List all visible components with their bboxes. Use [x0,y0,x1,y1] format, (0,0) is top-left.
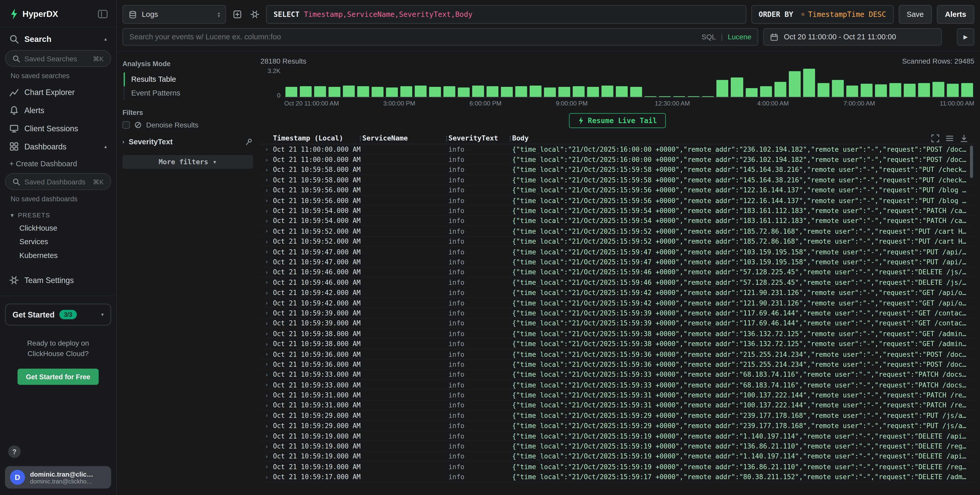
histogram-bar[interactable] [745,88,757,97]
source-settings-button[interactable] [249,7,261,21]
row-expand-icon[interactable]: › [261,453,273,460]
histogram-bar[interactable] [861,84,872,97]
histogram-bar[interactable] [357,86,369,97]
get-started-free-button[interactable]: Get Started for Free [18,368,98,385]
row-expand-icon[interactable]: › [261,402,273,409]
table-row[interactable]: ›Oct 21 10:59:56.000 AMinfo{"time_local"… [261,196,974,205]
row-expand-icon[interactable]: › [261,269,273,275]
row-expand-icon[interactable]: › [261,473,273,480]
row-expand-icon[interactable]: › [261,340,273,347]
sidebar-item-search[interactable]: Search ▴ [0,28,116,49]
row-expand-icon[interactable]: › [261,310,273,317]
histogram-bar[interactable] [674,96,686,97]
table-row[interactable]: ›Oct 21 10:59:54.000 AMinfo{"time_local"… [261,216,974,226]
table-row[interactable]: ›Oct 21 10:59:33.000 AMinfo{"time_local"… [261,369,974,380]
table-row[interactable]: ›Oct 21 10:59:29.000 AMinfo{"time_local"… [261,411,974,421]
sidebar-item-client-sessions[interactable]: Client Sessions [0,119,116,137]
column-header-servicename[interactable]: ServiceName [362,134,444,143]
table-row[interactable]: ›Oct 21 10:59:39.000 AMinfo{"time_local"… [261,318,974,329]
row-expand-icon[interactable]: › [261,350,273,357]
select-clause-editor[interactable]: SELECT Timestamp,ServiceName,SeverityTex… [266,5,746,24]
histogram-bar[interactable] [817,83,829,97]
user-menu[interactable]: D dominic.tran@clic… dominic.tran@clickh… [5,466,111,489]
table-row[interactable]: ›Oct 21 10:59:39.000 AMinfo{"time_local"… [261,308,974,318]
search-input[interactable] [129,32,697,41]
row-expand-icon[interactable]: › [261,330,273,337]
column-header-body[interactable]: Body [512,134,974,143]
save-button[interactable]: Save [899,5,932,24]
sidebar-item-clickhouse[interactable]: ClickHouse [0,221,116,235]
histogram-bar[interactable] [659,96,671,97]
resume-live-tail-button[interactable]: Resume Live Tail [569,113,666,128]
saved-searches-input[interactable]: Saved Searches ⌘K [5,50,111,67]
table-scrollbar[interactable] [970,146,973,493]
histogram-bar[interactable] [429,87,441,97]
histogram-bar[interactable] [789,71,800,97]
table-row[interactable]: ›Oct 21 10:59:31.000 AMinfo{"time_local"… [261,390,974,400]
mode-event-patterns[interactable]: Event Patterns [124,86,253,100]
histogram-bar[interactable] [875,84,887,97]
table-row[interactable]: ›Oct 21 10:59:52.000 AMinfo{"time_local"… [261,237,974,247]
table-row[interactable]: ›Oct 21 10:59:46.000 AMinfo{"time_local"… [261,277,974,288]
table-row[interactable]: ›Oct 21 10:59:36.000 AMinfo{"time_local"… [261,360,974,369]
table-row[interactable]: ›Oct 21 10:59:19.000 AMinfo{"time_local"… [261,462,974,472]
sidebar-item-alerts[interactable]: Alerts [0,101,116,119]
row-expand-icon[interactable]: › [261,320,273,327]
alerts-button[interactable]: Alerts [937,5,974,24]
sidebar-item-kubernetes[interactable]: Kubernetes [0,249,116,263]
row-expand-icon[interactable]: › [261,412,273,419]
row-expand-icon[interactable]: › [261,197,273,204]
table-row[interactable]: ›Oct 21 10:59:19.000 AMinfo{"time_local"… [261,441,974,452]
download-icon[interactable] [960,134,968,143]
mode-results-table[interactable]: Results Table [124,73,253,86]
histogram-bar[interactable] [400,86,412,97]
histogram-bar[interactable] [688,96,700,97]
column-resize-handle[interactable]: ⋮ [357,135,362,142]
histogram-bar[interactable] [803,69,815,97]
histogram-bar[interactable] [587,87,599,97]
create-dashboard-button[interactable]: + Create Dashboard [0,156,116,172]
lucene-search-box[interactable]: SQL | Lucene [122,28,758,45]
row-expand-icon[interactable]: › [261,217,273,224]
table-row[interactable]: ›Oct 21 10:59:38.000 AMinfo{"time_local"… [261,339,974,349]
column-header-timestamp[interactable]: Timestamp (Local) [273,134,357,143]
denoise-results-toggle[interactable]: Denoise Results [122,121,253,129]
histogram-bar[interactable] [601,86,614,97]
saved-dashboards-input[interactable]: Saved Dashboards ⌘K [5,173,111,190]
histogram-bar[interactable] [889,83,901,97]
row-expand-icon[interactable]: › [261,228,273,234]
histogram-bar[interactable] [630,87,643,97]
histogram-bar[interactable] [774,82,786,97]
order-by-editor[interactable]: ORDER BY TimestampTime DESC [751,5,894,24]
histogram-bar[interactable] [372,87,384,97]
histogram-bar[interactable] [760,86,772,97]
table-row[interactable]: ›Oct 21 10:59:47.000 AMinfo{"time_local"… [261,257,974,267]
lucene-mode-toggle[interactable]: Lucene [728,33,751,41]
histogram-bar[interactable] [904,84,916,97]
add-source-button[interactable] [231,7,243,21]
sidebar-item-chart-explorer[interactable]: Chart Explorer [0,83,116,101]
histogram-bar[interactable] [285,87,298,97]
row-expand-icon[interactable]: › [261,433,273,439]
table-row[interactable]: ›Oct 21 10:59:58.000 AMinfo{"time_local"… [261,165,974,175]
row-expand-icon[interactable]: › [261,289,273,296]
row-expand-icon[interactable]: › [261,146,273,153]
histogram-bar[interactable] [329,87,340,97]
table-row[interactable]: ›Oct 21 10:59:19.000 AMinfo{"time_local"… [261,452,974,462]
row-expand-icon[interactable]: › [261,187,273,194]
row-expand-icon[interactable]: › [261,238,273,245]
table-row[interactable]: ›Oct 21 11:00:00.000 AMinfo{"time_local"… [261,154,974,165]
more-filters-button[interactable]: More filters ▾ [122,155,253,169]
table-row[interactable]: ›Oct 21 10:59:38.000 AMinfo{"time_local"… [261,329,974,339]
histogram-bar[interactable] [573,86,585,97]
chevron-up-icon[interactable]: ▴ [104,36,107,42]
histogram-bar[interactable] [386,87,398,97]
table-row[interactable]: ›Oct 21 10:59:17.000 AMinfo{"time_local"… [261,472,974,482]
sql-mode-toggle[interactable]: SQL [702,33,716,41]
histogram-bar[interactable] [415,86,427,97]
table-row[interactable]: ›Oct 21 11:00:00.000 AMinfo{"time_local"… [261,144,974,154]
histogram-bar[interactable] [947,84,959,97]
row-expand-icon[interactable]: › [261,177,273,183]
row-expand-icon[interactable]: › [261,207,273,214]
sidebar-item-services[interactable]: Services [0,235,116,249]
